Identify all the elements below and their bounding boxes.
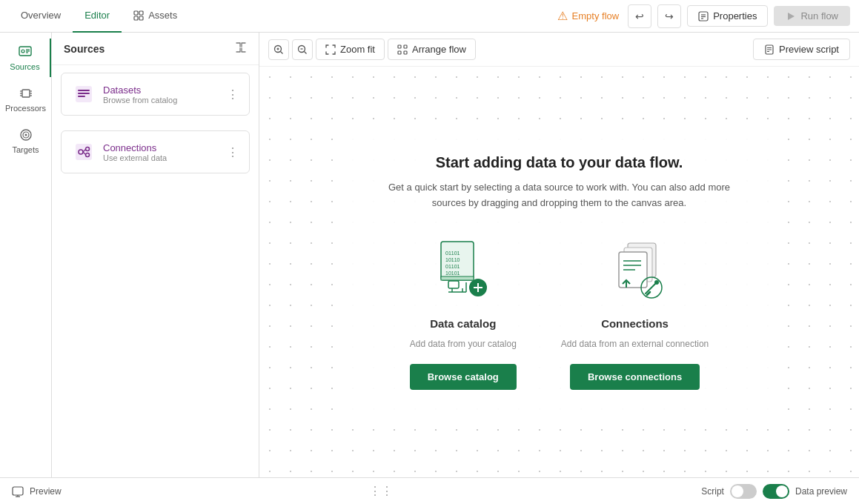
undo-button[interactable]: ↩ (628, 4, 651, 28)
sources-panel: Sources Datasets (52, 33, 259, 477)
svg-rect-3 (139, 16, 143, 20)
connections-option: Connections Add data from an external co… (561, 234, 709, 390)
redo-button[interactable]: ↪ (657, 4, 681, 28)
svg-line-40 (305, 51, 307, 53)
zoom-in-icon (273, 44, 284, 55)
bottom-bar: Preview ⋮⋮ Script Data preview (0, 477, 859, 504)
data-preview-label: Data preview (795, 486, 847, 497)
run-flow-button[interactable]: Run flow (774, 6, 850, 26)
connections-icon (72, 140, 96, 164)
arrange-flow-button[interactable]: Arrange flow (388, 39, 476, 60)
svg-rect-41 (398, 45, 401, 48)
browse-catalog-button[interactable]: Browse catalog (410, 364, 517, 390)
options-row: 01101 10110 01101 10101 (388, 234, 730, 390)
script-toggle[interactable] (730, 484, 757, 499)
zoom-out-button[interactable] (292, 39, 313, 60)
svg-rect-55 (448, 281, 459, 288)
arrange-icon (397, 44, 408, 55)
sidebar-icons: Sources Processors Targets (0, 33, 52, 477)
svg-rect-2 (134, 16, 138, 20)
svg-text:01101: 01101 (445, 264, 460, 269)
sources-icon (18, 44, 33, 59)
sources-expand-button[interactable] (235, 42, 247, 56)
canvas-area: Zoom fit Arrange flow Pre (259, 33, 859, 477)
preview-icon (12, 485, 24, 497)
bottom-right: Script Data preview (701, 484, 847, 499)
svg-rect-43 (398, 51, 401, 54)
data-catalog-option: 01101 10110 01101 10101 (410, 234, 517, 390)
preview-script-icon (764, 44, 775, 55)
bottom-left: Preview (12, 485, 62, 497)
datasets-icon (72, 82, 96, 106)
tab-editor[interactable]: Editor (73, 0, 122, 33)
data-catalog-desc: Add data from your catalog (410, 339, 517, 349)
zoom-out-icon (297, 44, 308, 55)
nav-actions: ↩ ↪ Properties Run flow (628, 4, 850, 28)
canvas-title: Start adding data to your data flow. (388, 154, 730, 171)
tab-assets[interactable]: Assets (122, 0, 189, 33)
browse-connections-button[interactable]: Browse connections (570, 364, 700, 390)
connections-menu-button[interactable]: ⋮ (227, 145, 239, 159)
sources-header: Sources (52, 33, 259, 65)
data-catalog-illustration: 01101 10110 01101 10101 (426, 234, 500, 308)
data-preview-toggle[interactable] (763, 484, 789, 499)
svg-rect-27 (78, 96, 85, 97)
preview-label: Preview (30, 486, 62, 497)
svg-text:01101: 01101 (445, 251, 460, 256)
expand-icon (235, 42, 247, 53)
svg-point-10 (21, 50, 24, 53)
svg-text:10110: 10110 (445, 257, 460, 262)
targets-icon (19, 127, 33, 142)
svg-rect-42 (404, 45, 407, 48)
svg-line-37 (281, 51, 283, 53)
svg-marker-8 (788, 13, 795, 20)
drag-handle[interactable]: ⋮⋮ (369, 484, 393, 498)
connections-title: Connections (601, 317, 669, 330)
zoom-fit-button[interactable]: Zoom fit (316, 39, 385, 60)
warning-icon: ⚠ (557, 9, 568, 23)
zoom-in-button[interactable] (268, 39, 289, 60)
datasets-card[interactable]: Datasets Browse from catalog ⋮ (61, 73, 250, 116)
sidebar-item-sources[interactable]: Sources (0, 39, 51, 77)
assets-icon (133, 10, 144, 21)
top-nav: Overview Editor Assets ⚠ Empty flow ↩ ↪ … (0, 0, 859, 33)
canvas-toolbar: Zoom fit Arrange flow Pre (259, 33, 859, 67)
zoom-fit-icon (325, 44, 336, 55)
sidebar-item-processors[interactable]: Processors (0, 80, 51, 119)
svg-rect-26 (78, 93, 90, 94)
run-icon (786, 11, 796, 21)
empty-flow-badge: ⚠ Empty flow (548, 6, 629, 26)
connections-card[interactable]: Connections Use external data ⋮ (61, 130, 250, 173)
tab-overview[interactable]: Overview (9, 0, 73, 33)
svg-point-73 (654, 280, 659, 285)
svg-rect-44 (404, 51, 407, 54)
svg-point-23 (24, 134, 27, 136)
svg-rect-25 (78, 90, 90, 91)
sidebar-item-targets[interactable]: Targets (0, 122, 51, 160)
processors-icon (19, 86, 33, 101)
svg-rect-74 (13, 487, 23, 495)
datasets-menu-button[interactable]: ⋮ (227, 87, 239, 102)
svg-rect-1 (139, 11, 143, 15)
main-area: Sources Processors Targets (0, 33, 859, 477)
script-label: Script (701, 486, 724, 497)
canvas-content: Start adding data to your data flow. Get… (259, 67, 859, 477)
data-catalog-title: Data catalog (430, 317, 496, 330)
svg-text:10101: 10101 (445, 271, 460, 276)
svg-rect-0 (134, 11, 138, 15)
preview-script-button[interactable]: Preview script (753, 39, 850, 60)
svg-rect-54 (441, 276, 474, 280)
properties-icon (698, 11, 709, 21)
canvas-description: Get a quick start by selecting a data so… (388, 180, 730, 211)
properties-button[interactable]: Properties (687, 5, 768, 27)
connections-desc: Add data from an external connection (561, 339, 709, 349)
connections-illustration (598, 234, 672, 308)
getting-started-card: Start adding data to your data flow. Get… (344, 125, 775, 420)
svg-rect-14 (22, 90, 30, 97)
